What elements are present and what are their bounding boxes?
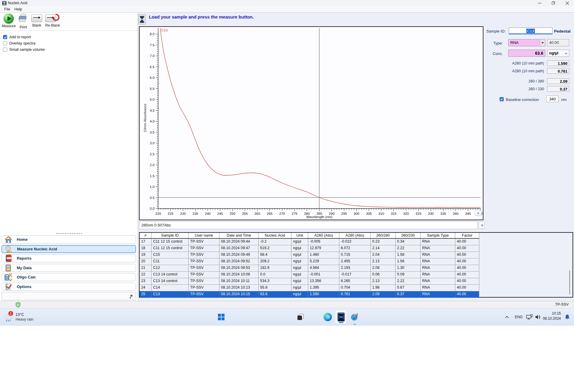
network-button[interactable] xyxy=(526,313,533,321)
table-scrollbar-thumb[interactable] xyxy=(569,270,570,294)
reblank-arrow-icon xyxy=(45,14,56,22)
start-button[interactable] xyxy=(216,311,227,323)
sidebar-item-my-data[interactable]: My Data xyxy=(1,264,136,272)
table-cell: 0.67 xyxy=(396,285,421,291)
table-cell: 08.10.2024 09:47 xyxy=(219,245,259,252)
conc-field[interactable]: 63.6 xyxy=(508,50,545,57)
menu-help[interactable]: Help xyxy=(13,7,24,12)
security-shield-icon xyxy=(16,302,21,307)
table-row[interactable]: 18C11 12 15 controlTP-SSV08.10.2024 09:4… xyxy=(140,245,479,252)
table-row[interactable]: 19C15TP-SSV08.10.2024 09:4958.4ng/µl1.46… xyxy=(140,252,479,258)
table-cell: 2.193 xyxy=(339,265,371,272)
table-header-cell: A260 (Abs) xyxy=(308,233,339,238)
table-cell: RNA xyxy=(421,252,455,258)
x-tick-label: 315 xyxy=(391,212,396,215)
checkbox-overlay-spectra[interactable]: Overlay spectra xyxy=(3,41,36,45)
checkbox-small-sample-volume[interactable]: Small sample volume xyxy=(3,48,45,52)
spectrum-svg: 2202252302352402452502552602652702752802… xyxy=(140,27,483,220)
spectrum-chart[interactable]: 2202252302352402452502552602652702752802… xyxy=(139,26,483,220)
table-header-cell: User name xyxy=(189,233,219,238)
type-dropdown[interactable]: RNA xyxy=(508,39,545,46)
reblank-button[interactable]: Re-Blank xyxy=(45,13,61,27)
table-cell: TP-SSV xyxy=(189,239,219,245)
expand-down-button[interactable]: « xyxy=(479,221,485,229)
table-cell: 23 xyxy=(140,278,152,285)
metric-value: 0.37 xyxy=(547,86,569,92)
metric-label: 260 / 280 xyxy=(490,79,544,83)
checkbox-label: Small sample volume xyxy=(9,48,45,52)
nav-more-button[interactable]: » ▼ xyxy=(1,292,136,300)
bell-icon xyxy=(565,314,570,320)
restore-button[interactable] xyxy=(546,0,560,6)
weather-widget[interactable]: 1 13°C Heavy rain xyxy=(3,310,42,324)
y-tick-label: 0.5 xyxy=(150,196,155,200)
table-cell: -0.005 xyxy=(308,239,339,245)
conc-value: 63.6 xyxy=(535,51,543,56)
sidebar-item-home[interactable]: Home xyxy=(1,235,136,244)
table-cell: C13 14 control xyxy=(152,272,189,278)
table-cell: 08.10.2024 10:08 xyxy=(219,272,259,278)
edge-browser-button[interactable] xyxy=(322,311,334,323)
table-cell: C13 14 control xyxy=(152,278,189,285)
close-icon[interactable] xyxy=(560,0,574,6)
paint-app-button[interactable] xyxy=(349,311,361,323)
task-view-button[interactable] xyxy=(295,311,306,323)
instrument-status-icon xyxy=(138,14,146,24)
y-tick-label: 8.0 xyxy=(150,32,155,36)
table-cell: 19 xyxy=(140,252,152,258)
tray-chevron-up[interactable] xyxy=(503,313,511,321)
sidebar-item-reports[interactable]: Reports xyxy=(1,254,136,262)
y-tick-label: 4.0 xyxy=(150,120,155,123)
table-cell: 1.460 xyxy=(308,252,339,258)
factor-value: 40.00 xyxy=(549,40,559,45)
table-row[interactable]: 22C13 14 controlTP-SSV08.10.2024 10:080.… xyxy=(140,272,479,278)
checkbox-add-to-report[interactable]: Add to report xyxy=(3,35,31,39)
print-button[interactable]: Print xyxy=(17,13,30,29)
factor-field[interactable]: 40.00 xyxy=(547,39,569,46)
window-title: Nucleic Acid xyxy=(8,1,27,5)
collapse-left-button[interactable]: « xyxy=(475,210,482,215)
sidebar-item-options[interactable]: Options xyxy=(1,283,136,291)
type-value: RNA xyxy=(510,40,518,45)
measure-button[interactable]: Measure xyxy=(1,13,16,28)
notifications-button[interactable] xyxy=(563,313,572,321)
active-app-indicator xyxy=(339,322,344,323)
blank-arrow-icon xyxy=(31,14,42,22)
table-cell: 1.56 xyxy=(396,258,421,265)
network-icon xyxy=(526,314,533,320)
table-cell: TP-SSV xyxy=(189,245,219,252)
menu-file[interactable]: File xyxy=(2,7,12,12)
x-tick-label: 340 xyxy=(453,212,458,215)
dropdown-arrow-icon xyxy=(540,39,545,46)
language-indicator[interactable]: ENG xyxy=(515,315,523,319)
baseline-checkbox[interactable] xyxy=(500,97,504,101)
sample-id-input[interactable]: C13 xyxy=(509,27,552,34)
table-row[interactable]: 25C13TP-SSV08.10.2024 10:1563.6ng/µl1.59… xyxy=(140,291,479,298)
table-cell: 6.265 xyxy=(339,278,371,285)
sample-id-selected-text: C13 xyxy=(526,29,535,33)
volume-button[interactable] xyxy=(534,313,542,321)
sidebar-item-measure-nucleic-acid[interactable]: Measure Nucleic Acid xyxy=(1,245,136,253)
clock-widget[interactable]: 10:15 08.10.2024 xyxy=(543,311,561,321)
y-tick-label: 5.0 xyxy=(150,98,155,101)
baseline-input[interactable]: 340 xyxy=(546,96,559,102)
minimize-button[interactable] xyxy=(533,0,546,6)
table-row[interactable]: 17C11 12 15 controlTP-SSV08.10.2024 09:4… xyxy=(140,239,479,245)
blank-button[interactable]: Blank xyxy=(30,13,43,27)
weather-temp: 13°C xyxy=(16,313,33,317)
table-cell: 20 xyxy=(140,258,152,265)
conc-unit-dropdown[interactable]: ng/µl xyxy=(547,50,569,57)
paint-icon xyxy=(350,313,359,321)
table-row[interactable]: 24C14TP-SSV08.10.2024 10:1355.8ng/µl1.39… xyxy=(140,285,479,291)
table-cell: 21 xyxy=(140,265,152,272)
table-cell: 0.715 xyxy=(339,252,371,258)
print-label: Print xyxy=(17,25,30,29)
table-row[interactable]: 23C13 14 controlTP-SSV08.10.2024 10:1153… xyxy=(140,278,479,285)
table-row[interactable]: 20C11TP-SSV08.10.2024 09:52209.2ng/µl5.2… xyxy=(140,258,479,265)
table-cell: TP-SSV xyxy=(189,272,219,278)
table-row[interactable]: 21C12TP-SSV08.10.2024 09:53182.6ng/µl4.5… xyxy=(140,265,479,272)
panel-splitter[interactable] xyxy=(56,233,82,234)
table-cell: 2.08 xyxy=(371,265,396,272)
sidebar-item-oligo-calc[interactable]: Oligo Calc xyxy=(1,273,136,281)
nucleic-acid-app-button[interactable] xyxy=(335,310,346,324)
